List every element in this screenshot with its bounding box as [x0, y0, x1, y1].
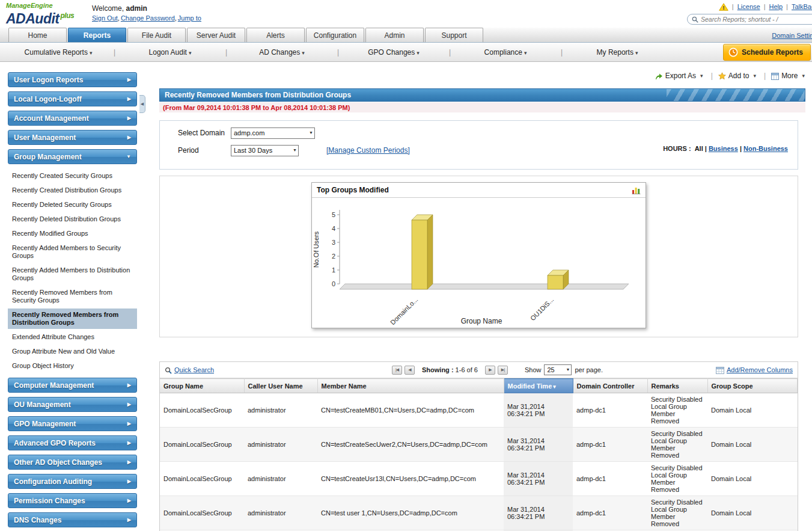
chevron-right-icon: ▶	[127, 518, 131, 523]
sidebar-report-item[interactable]: Extended Attribute Changes	[8, 331, 137, 343]
sidebar-report-item[interactable]: Recently Added Members to Security Group…	[8, 242, 137, 262]
chevron-down-icon: ▼	[126, 155, 131, 159]
warning-icon[interactable]: !	[719, 2, 728, 11]
chart-panel: Top Groups Modified 012345DomainLo...OU1…	[159, 176, 798, 337]
sidebar-report-item[interactable]: Recently Deleted Distribution Groups	[8, 213, 137, 226]
sidebar-report-item[interactable]: Group Object History	[8, 360, 137, 372]
sidebar-group[interactable]: OU Management ▶	[8, 397, 137, 412]
sidebar-group[interactable]: Other AD Object Changes ▶	[8, 455, 137, 470]
hours-option[interactable]: Business	[709, 145, 738, 152]
pager-next-button[interactable]: ▶	[485, 366, 495, 375]
table-row[interactable]: DomainLocalSecGroup administrator CN=tes…	[160, 496, 798, 530]
add-remove-columns-link[interactable]: Add/Remove Columns	[716, 366, 793, 373]
report-title-bar: Recently Removed Members from Distributi…	[159, 88, 805, 102]
global-search[interactable]	[687, 14, 812, 25]
sidebar-group[interactable]: Computer Management ▶	[8, 378, 137, 393]
top-link[interactable]: Help	[769, 3, 783, 10]
search-icon	[692, 15, 698, 23]
menu-item[interactable]: My Reports▾	[561, 48, 673, 57]
search-input[interactable]	[701, 16, 812, 23]
nav-tab[interactable]: Home	[8, 28, 67, 42]
caret-down-icon: ▾	[417, 50, 420, 56]
column-header[interactable]: Caller User Name	[244, 379, 317, 393]
add-to-button[interactable]: Add to ▾	[718, 72, 771, 80]
top-link[interactable]: License	[737, 3, 760, 10]
more-button[interactable]: More ▾	[771, 72, 805, 80]
sidebar-group[interactable]: GPO Management ▶	[8, 416, 137, 431]
manage-custom-periods-link[interactable]: [Manage Custom Periods]	[326, 146, 410, 155]
sidebar-report-item[interactable]: Recently Created Distribution Groups	[8, 184, 137, 197]
sidebar-group[interactable]: Local Logon-Logoff ▶	[8, 91, 137, 106]
cell-modified-time: Mar 31,2014 06:34:21 PM	[504, 462, 573, 496]
sidebar-group[interactable]: Permission Changes ▶	[8, 493, 137, 508]
domain-settings-link[interactable]: Domain Settings	[772, 32, 812, 39]
nav-tab[interactable]: Alerts	[246, 28, 305, 42]
top-link[interactable]: TalkBack	[792, 3, 812, 10]
table-row[interactable]: DomainLocalSecGroup administrator CN=tes…	[160, 462, 798, 496]
nav-tab[interactable]: Reports	[68, 28, 126, 42]
brand-name: ManageEngine	[6, 2, 74, 9]
app-logo[interactable]: ManageEngine ADAuditplus	[6, 2, 74, 26]
sidebar-group[interactable]: Advanced GPO Reports ▶	[8, 435, 137, 450]
nav-tab[interactable]: Configuration	[306, 28, 364, 42]
column-header[interactable]: Remarks	[647, 379, 707, 393]
menu-item[interactable]: Cumulative Reports▾	[2, 48, 114, 57]
pager-prev-button[interactable]: ◀	[404, 366, 415, 375]
export-icon	[655, 72, 663, 80]
reports-menubar: Cumulative Reports▾ Logon Audit▾ AD Chan…	[0, 43, 812, 62]
quick-search-link[interactable]: Quick Search	[165, 366, 279, 373]
page-size-select[interactable]: 25	[544, 364, 572, 375]
column-header[interactable]: Member Name	[317, 379, 504, 393]
sidebar-report-item[interactable]: Recently Created Security Groups	[8, 170, 137, 182]
grid-icon	[771, 72, 779, 80]
menu-item[interactable]: Compliance▾	[450, 48, 561, 57]
column-header[interactable]: Group Name	[160, 379, 244, 393]
column-header[interactable]: Group Scope	[707, 379, 798, 393]
menu-item[interactable]: Logon Audit▾	[114, 48, 226, 57]
sidebar-collapse-handle[interactable]: ◀	[139, 95, 145, 113]
hours-option[interactable]: Non-Business	[743, 145, 788, 152]
sidebar-group[interactable]: User Management ▶	[8, 130, 137, 145]
sidebar-group[interactable]: Account Management ▶	[8, 111, 137, 126]
domain-select[interactable]: admp.com	[231, 127, 315, 139]
product-plus: plus	[60, 11, 74, 20]
sidebar-report-item[interactable]: Recently Added Members to Distribution G…	[8, 264, 137, 284]
sidebar-group[interactable]: Configuration Auditing ▶	[8, 474, 137, 489]
schedule-reports-button[interactable]: Schedule Reports	[723, 44, 811, 61]
sidebar-group[interactable]: DNS Changes ▶	[8, 512, 137, 527]
sidebar-report-item[interactable]: Recently Modified Groups	[8, 227, 137, 240]
account-link[interactable]: Sign Out	[92, 14, 121, 22]
pager-last-button[interactable]: ▶|	[498, 366, 508, 375]
account-link[interactable]: Jump to	[178, 14, 203, 22]
account-link[interactable]: Change Password	[121, 14, 178, 22]
pager-first-button[interactable]: |◀	[392, 366, 402, 375]
sidebar-report-item[interactable]: Group Attribute New and Old Value	[8, 345, 137, 358]
sidebar-group[interactable]: User Logon Reports ▶	[8, 72, 137, 87]
sidebar-report-item[interactable]: Recently Deleted Security Groups	[8, 198, 137, 211]
hours-option[interactable]: All	[695, 145, 703, 152]
nav-tab[interactable]: Support	[425, 28, 483, 42]
bar-chart-icon[interactable]	[632, 186, 641, 194]
cell-modified-time: Mar 31,2014 06:34:21 PM	[504, 428, 573, 462]
column-header[interactable]: Domain Controller	[573, 379, 647, 393]
nav-tab[interactable]: Server Audit	[187, 28, 245, 42]
table-row[interactable]: DomainLocalSecGroup administrator CN=tes…	[160, 428, 798, 462]
cell-group-name: DomainLocalSecGroup	[160, 462, 244, 496]
menu-item[interactable]: AD Changes▾	[226, 48, 338, 57]
chevron-right-icon: ▶	[127, 78, 131, 82]
menu-item[interactable]: GPO Changes▾	[338, 48, 450, 57]
sidebar-group-group-management[interactable]: Group Management ▼	[8, 149, 137, 164]
collapse-left-icon: ◀	[141, 102, 144, 106]
report-date-range: (From Mar 09,2014 10:01:38 PM to Apr 08,…	[159, 102, 805, 112]
column-header[interactable]: Modified Time▾	[504, 379, 573, 393]
table-row[interactable]: DomainLocalSecGroup administrator CN=tes…	[160, 393, 798, 428]
period-select[interactable]: Last 30 Days	[231, 145, 299, 156]
export-as-button[interactable]: Export As ▾	[655, 72, 718, 80]
sidebar-report-item[interactable]: Recently Removed Members from Distributi…	[8, 308, 137, 329]
chevron-right-icon: ▶	[127, 441, 131, 446]
hours-label: HOURS :	[663, 145, 691, 152]
nav-tab[interactable]: Admin	[365, 28, 424, 42]
report-table: Group Name Caller User Name Member Name …	[160, 378, 798, 531]
nav-tab[interactable]: File Audit	[127, 28, 186, 42]
sidebar-report-item[interactable]: Recently Removed Members from Security G…	[8, 286, 137, 307]
